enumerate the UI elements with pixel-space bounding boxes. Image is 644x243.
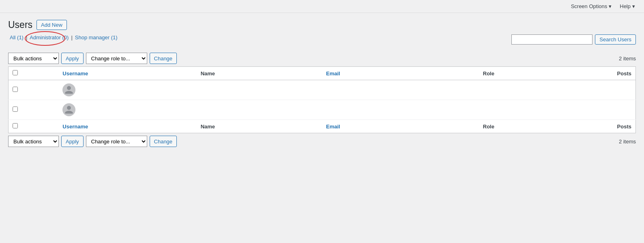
col-footer-name: Name [197, 120, 322, 133]
col-header-role: Role [479, 67, 573, 80]
col-footer-role: Role [479, 120, 573, 133]
filter-administrator-link[interactable]: Administrator (0) [28, 34, 70, 40]
user-icon [64, 85, 74, 95]
username-sort-link[interactable]: Username [62, 70, 88, 77]
help-button[interactable]: Help ▾ [616, 2, 639, 11]
col-header-checkbox [9, 67, 59, 80]
screen-options-chevron-icon: ▾ [609, 3, 612, 9]
change-role-bottom-select[interactable]: Change role to... Subscriber Contributor… [86, 136, 147, 147]
email-sort-link[interactable]: Email [326, 70, 340, 77]
help-label: Help [620, 3, 631, 9]
table-footer-header-row: Username Name Email Role Posts [9, 120, 636, 133]
posts-col-label: Posts [617, 70, 631, 77]
col-header-username: Username [58, 67, 196, 80]
add-new-button[interactable]: Add New [36, 20, 67, 30]
col-header-posts: Posts [573, 67, 636, 80]
bulk-actions-top-select[interactable]: Bulk actions Delete [8, 53, 59, 64]
row1-role-cell [479, 80, 573, 100]
apply-bottom-button[interactable]: Apply [61, 136, 84, 147]
row2-name-cell [197, 100, 322, 120]
user-icon [64, 105, 74, 115]
table-row [9, 80, 636, 100]
search-row: Search Users [511, 34, 636, 45]
users-table: Username Name Email Role Posts [8, 66, 636, 133]
top-bar: Screen Options ▾ Help ▾ [0, 0, 644, 13]
bottom-items-count: 2 items [619, 139, 636, 145]
administrator-link-wrapper: Administrator (0) [28, 34, 70, 40]
help-chevron-icon: ▾ [632, 3, 635, 9]
row1-checkbox-cell [9, 80, 59, 100]
change-bottom-button[interactable]: Change [150, 136, 177, 147]
filter-all-link[interactable]: All (1) [8, 34, 25, 40]
row1-posts-cell [573, 80, 636, 100]
col-footer-email: Email [322, 120, 479, 133]
row2-checkbox[interactable] [13, 107, 18, 112]
change-top-button[interactable]: Change [150, 53, 177, 64]
row1-checkbox[interactable] [13, 87, 18, 92]
username-sort-link-bottom[interactable]: Username [62, 124, 88, 130]
row2-role-cell [479, 100, 573, 120]
col-header-name: Name [197, 67, 322, 80]
table-row [9, 100, 636, 120]
select-all-checkbox-bottom[interactable] [13, 123, 18, 128]
table-header-row: Username Name Email Role Posts [9, 67, 636, 80]
separator-1: | [26, 34, 27, 40]
content-area: Users Add New All (1) | Administrator (0… [0, 13, 644, 240]
col-footer-checkbox [9, 120, 59, 133]
row2-email-cell [322, 100, 479, 120]
screen-options-button[interactable]: Screen Options ▾ [567, 2, 616, 11]
col-header-email: Email [322, 67, 479, 80]
role-col-label-bottom: Role [483, 124, 494, 130]
select-all-checkbox-top[interactable] [13, 70, 18, 75]
bottom-toolbar: Bulk actions Delete Apply Change role to… [8, 133, 636, 149]
row2-checkbox-cell [9, 100, 59, 120]
row1-avatar-cell [58, 80, 196, 100]
page-title: Users [8, 19, 32, 30]
main-wrapper: Users Add New All (1) | Administrator (0… [8, 19, 636, 149]
bulk-actions-bottom-select[interactable]: Bulk actions Delete [8, 136, 59, 147]
email-sort-link-bottom[interactable]: Email [326, 124, 340, 130]
role-col-label: Role [483, 70, 494, 77]
filter-links: All (1) | Administrator (0) | Shop manag… [8, 34, 119, 40]
row1-name-cell [197, 80, 322, 100]
col-footer-username: Username [58, 120, 196, 133]
posts-col-label-bottom: Posts [617, 124, 631, 130]
avatar [62, 103, 75, 116]
screen-options-label: Screen Options [571, 3, 608, 9]
page-header: Users Add New [8, 19, 636, 30]
filter-shop-manager-link[interactable]: Shop manager (1) [73, 34, 119, 40]
change-role-top-select[interactable]: Change role to... Subscriber Contributor… [86, 53, 147, 64]
search-users-button[interactable]: Search Users [595, 34, 636, 45]
apply-top-button[interactable]: Apply [61, 53, 84, 64]
avatar [62, 83, 75, 96]
name-col-label: Name [201, 70, 215, 77]
row2-avatar-cell [58, 100, 196, 120]
search-users-input[interactable] [511, 34, 592, 45]
name-col-label-bottom: Name [201, 124, 215, 130]
row1-email-cell [322, 80, 479, 100]
top-toolbar: Bulk actions Delete Apply Change role to… [8, 50, 636, 66]
separator-2: | [71, 34, 72, 40]
top-items-count: 2 items [619, 55, 636, 62]
col-footer-posts: Posts [573, 120, 636, 133]
row2-posts-cell [573, 100, 636, 120]
